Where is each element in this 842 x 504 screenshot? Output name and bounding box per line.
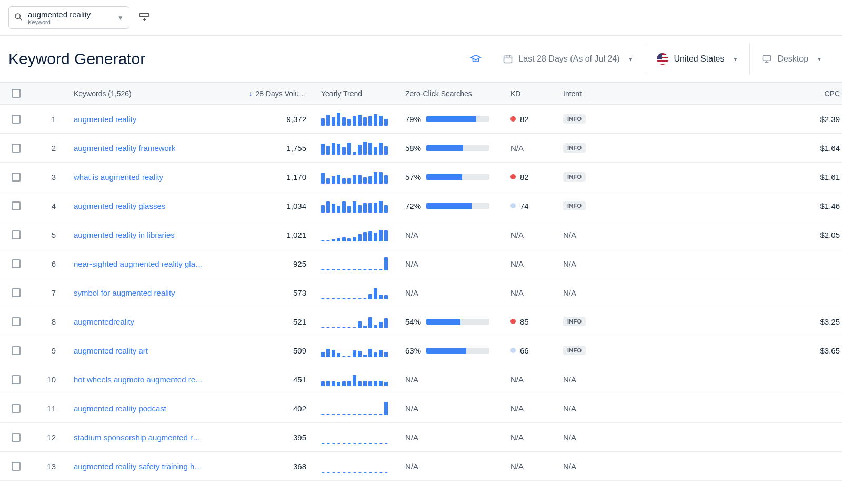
search-icon	[14, 13, 23, 23]
row-index: 9	[32, 336, 68, 365]
intent-na: N/A	[563, 230, 576, 239]
keyword-link[interactable]: augmented reality in libraries	[74, 230, 175, 239]
table-row: 8augmentedreality52154%85INFO$3.25	[0, 307, 842, 336]
row-index: 12	[32, 423, 68, 451]
zero-click-pct: 72%	[405, 201, 421, 210]
cpc-cell	[626, 278, 842, 307]
row-checkbox[interactable]	[12, 288, 21, 297]
keyword-link[interactable]: augmented reality safety training h…	[74, 462, 202, 471]
trend-sparkline	[321, 170, 388, 184]
row-checkbox[interactable]	[12, 404, 21, 413]
trend-sparkline	[321, 228, 388, 241]
chip-keyword: augmented reality	[28, 10, 112, 19]
trend-cell	[316, 249, 400, 278]
volume-cell: 509	[237, 336, 316, 365]
keyword-link[interactable]: augmented reality art	[74, 346, 148, 355]
row-checkbox[interactable]	[12, 317, 21, 326]
cpc-cell	[626, 249, 842, 278]
header-intent[interactable]: Intent	[558, 83, 626, 104]
education-icon[interactable]	[460, 53, 491, 65]
zero-click-cell: 54%	[400, 307, 505, 336]
add-tab-button[interactable]	[138, 11, 151, 25]
zero-click-cell: N/A	[400, 452, 505, 480]
trend-sparkline	[321, 372, 388, 386]
zero-click-cell: N/A	[400, 423, 505, 451]
keyword-link[interactable]: symbol for augmented reality	[74, 288, 175, 297]
row-checkbox[interactable]	[12, 259, 21, 268]
row-checkbox[interactable]	[12, 173, 21, 182]
kd-cell: 82	[505, 163, 558, 191]
trend-cell	[316, 191, 400, 220]
header-index	[32, 83, 68, 104]
kd-cell: N/A	[505, 278, 558, 307]
row-checkbox[interactable]	[12, 375, 21, 384]
volume-cell: 9,372	[237, 105, 316, 133]
volume-cell: 1,021	[237, 220, 316, 249]
trend-cell	[316, 365, 400, 394]
trend-cell	[316, 452, 400, 480]
table-row: 6near-sighted augmented reality gla…925N…	[0, 249, 842, 278]
trend-cell	[316, 220, 400, 249]
cpc-cell	[626, 394, 842, 422]
header-cpc[interactable]: CPC	[626, 83, 842, 104]
calendar-icon	[503, 54, 513, 64]
zero-click-pct: N/A	[405, 230, 418, 239]
keyword-link[interactable]: augmented reality	[74, 115, 136, 124]
trend-cell	[316, 278, 400, 307]
keyword-search-chip[interactable]: augmented reality Keyword ▼	[8, 6, 129, 29]
keyword-link[interactable]: stadium sponsorship augmented r…	[74, 433, 201, 442]
svg-rect-5	[504, 56, 512, 63]
intent-na: N/A	[563, 259, 576, 268]
header-keywords[interactable]: Keywords (1,526)	[68, 83, 237, 104]
kd-cell: N/A	[505, 134, 558, 162]
kd-cell: 66	[505, 336, 558, 365]
trend-sparkline	[321, 141, 388, 155]
header-kd[interactable]: KD	[505, 83, 558, 104]
kd-value: N/A	[510, 288, 524, 297]
table-row: 10hot wheels augmoto augmented re…451N/A…	[0, 365, 842, 394]
table-row: 4augmented reality glasses1,03472%74INFO…	[0, 191, 842, 220]
device-selector[interactable]: Desktop ▼	[749, 43, 834, 75]
keyword-link[interactable]: hot wheels augmoto augmented re…	[74, 375, 203, 384]
kd-dot	[510, 203, 516, 208]
header-check	[0, 83, 32, 104]
kd-value: 66	[520, 346, 529, 355]
zero-click-cell: N/A	[400, 278, 505, 307]
keyword-link[interactable]: augmentedreality	[74, 317, 134, 326]
table-row: 11augmented reality podcast402N/AN/AN/A	[0, 394, 842, 423]
header-volume[interactable]: ↓28 Days Volu…	[237, 83, 316, 104]
row-checkbox[interactable]	[12, 346, 21, 355]
row-checkbox[interactable]	[12, 201, 21, 210]
keyword-link[interactable]: augmented reality glasses	[74, 201, 165, 210]
flag-us-icon	[657, 53, 668, 65]
svg-rect-9	[763, 55, 771, 61]
row-checkbox[interactable]	[12, 433, 21, 442]
zero-click-pct: N/A	[405, 375, 418, 384]
kd-cell: N/A	[505, 365, 558, 394]
header-trend[interactable]: Yearly Trend	[316, 83, 400, 104]
intent-badge: INFO	[563, 143, 586, 153]
chevron-down-icon: ▼	[628, 56, 634, 62]
header-zero-click[interactable]: Zero-Click Searches	[400, 83, 505, 104]
row-checkbox[interactable]	[12, 462, 21, 471]
select-all-checkbox[interactable]	[12, 89, 21, 98]
keyword-link[interactable]: what is augmented reality	[74, 173, 163, 182]
intent-badge: INFO	[563, 201, 586, 210]
date-range-selector[interactable]: Last 28 Days (As of Jul 24) ▼	[491, 43, 645, 75]
row-checkbox[interactable]	[12, 115, 21, 124]
keyword-link[interactable]: augmented reality framework	[74, 144, 175, 153]
table-row: 7symbol for augmented reality573N/AN/AN/…	[0, 278, 842, 307]
volume-cell: 1,755	[237, 134, 316, 162]
row-checkbox[interactable]	[12, 230, 21, 239]
keyword-link[interactable]: near-sighted augmented reality gla…	[74, 259, 203, 268]
kd-cell: N/A	[505, 394, 558, 422]
trend-sparkline	[321, 459, 388, 473]
keyword-link[interactable]: augmented reality podcast	[74, 404, 166, 413]
intent-cell: INFO	[558, 105, 626, 133]
chevron-down-icon: ▼	[733, 56, 738, 62]
zero-click-bar	[426, 116, 489, 122]
trend-sparkline	[321, 286, 388, 299]
row-checkbox[interactable]	[12, 144, 21, 153]
kd-value: 82	[520, 173, 529, 182]
country-selector[interactable]: United States ▼	[645, 43, 749, 75]
